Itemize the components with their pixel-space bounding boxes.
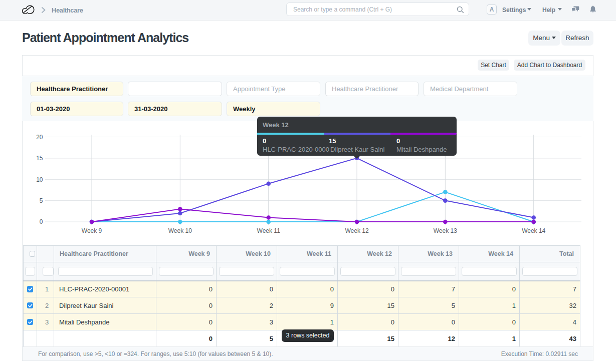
svg-text:15: 15 xyxy=(36,155,43,162)
svg-text:10: 10 xyxy=(36,176,43,183)
svg-text:Week 13: Week 13 xyxy=(434,227,457,234)
svg-text:Week 12: Week 12 xyxy=(345,227,368,234)
svg-text:20: 20 xyxy=(36,134,43,141)
svg-text:Week 9: Week 9 xyxy=(82,227,102,234)
svg-text:Week 11: Week 11 xyxy=(257,227,281,234)
svg-text:0: 0 xyxy=(40,218,43,225)
svg-text:5: 5 xyxy=(40,197,43,204)
svg-text:Week 14: Week 14 xyxy=(522,227,545,234)
svg-text:Week 10: Week 10 xyxy=(168,227,192,234)
